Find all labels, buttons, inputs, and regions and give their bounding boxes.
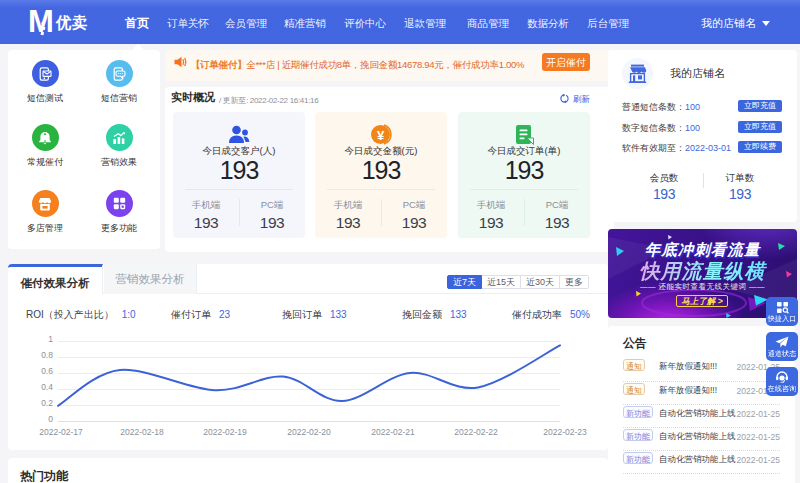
svg-text:0.8: 0.8 [41, 350, 53, 360]
svg-text:0.6: 0.6 [41, 366, 53, 376]
svg-text:2022-02-22: 2022-02-22 [454, 427, 498, 437]
svg-text:¥: ¥ [376, 128, 384, 143]
svg-text:2022-02-19: 2022-02-19 [203, 427, 247, 437]
svg-text:2022-02-18: 2022-02-18 [120, 427, 164, 437]
svg-text:2022-02-23: 2022-02-23 [543, 427, 587, 437]
svg-text:2022-02-17: 2022-02-17 [39, 427, 83, 437]
svg-text:0.4: 0.4 [41, 382, 53, 392]
svg-text:0: 0 [48, 414, 53, 424]
svg-text:0.2: 0.2 [41, 398, 53, 408]
svg-text:1: 1 [48, 334, 53, 344]
svg-text:2022-02-21: 2022-02-21 [371, 427, 415, 437]
svg-text:2022-02-20: 2022-02-20 [287, 427, 331, 437]
